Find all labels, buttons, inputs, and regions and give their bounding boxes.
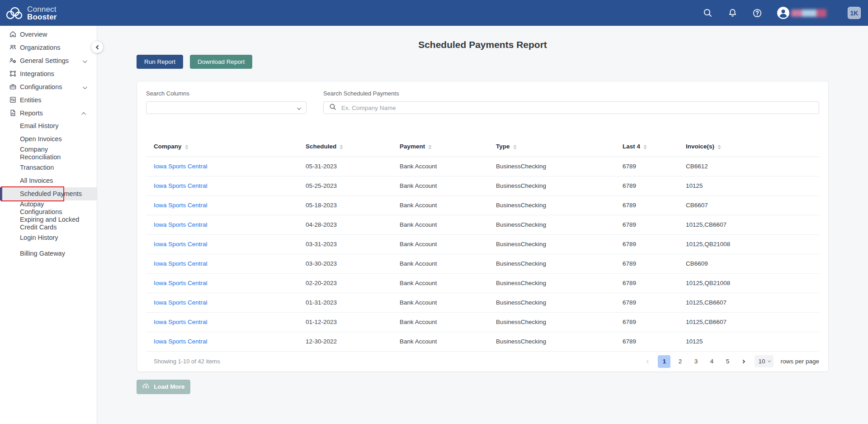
search-payments-group: Search Scheduled Payments — [323, 90, 819, 114]
sidebar-item-expiring-locked-credit-cards[interactable]: Expiring and Locked Credit Cards — [0, 216, 97, 231]
company-link[interactable]: Iowa Sports Central — [154, 280, 208, 286]
user-badge[interactable]: 1K — [848, 7, 861, 19]
page-button-5[interactable]: 5 — [721, 355, 734, 368]
sidebar: Overview Organizations General Settings … — [0, 26, 97, 424]
run-report-button[interactable]: Run Report — [137, 55, 183, 69]
column-label: Type — [496, 143, 510, 150]
search-input[interactable] — [336, 102, 819, 114]
invoices-cell: 10125,QB21008 — [686, 234, 819, 254]
sidebar-item-label: Overview — [20, 31, 47, 38]
company-link[interactable]: Iowa Sports Central — [154, 221, 208, 228]
previous-page-button[interactable] — [642, 355, 655, 368]
table-row: Iowa Sports Central 12-30-2022 Bank Acco… — [146, 332, 819, 351]
sidebar-item-label: Company Reconciliation — [20, 146, 83, 161]
main-content: Scheduled Payments Report Run Report Dow… — [97, 26, 868, 424]
company-link[interactable]: Iowa Sports Central — [154, 241, 208, 248]
company-link[interactable]: Iowa Sports Central — [154, 202, 208, 209]
sidebar-item-company-reconciliation[interactable]: Company Reconciliation — [0, 146, 97, 161]
cloud-download-icon — [142, 382, 150, 391]
scheduled-cell: 04-28-2023 — [306, 215, 400, 234]
scheduled-cell: 03-30-2023 — [306, 254, 400, 273]
sidebar-item-configurations[interactable]: Configurations — [0, 80, 97, 93]
sidebar-item-label: Integrations — [20, 70, 54, 77]
last4-cell: 6789 — [623, 293, 686, 312]
page-button-1[interactable]: 1 — [658, 355, 670, 368]
search-payments-label: Search Scheduled Payments — [323, 90, 819, 97]
header-actions: 1K — [703, 7, 861, 19]
last4-cell: 6789 — [623, 254, 686, 273]
invoices-cell: CB6607 — [686, 195, 819, 215]
sidebar-item-billing-gateway[interactable]: Billing Gateway — [0, 247, 97, 260]
sidebar-item-label: Login History — [20, 234, 58, 242]
sidebar-item-autopay-configurations[interactable]: Autopay Configurations — [0, 200, 97, 216]
sidebar-item-scheduled-payments[interactable]: Scheduled Payments — [0, 187, 97, 200]
sort-icon — [428, 145, 432, 149]
company-link[interactable]: Iowa Sports Central — [154, 182, 208, 189]
type-cell: BusinessChecking — [496, 273, 623, 293]
column-header-company[interactable]: Company — [146, 137, 306, 157]
type-cell: BusinessChecking — [496, 176, 623, 195]
sidebar-item-label: Open Invoices — [20, 135, 62, 143]
rows-per-page-select[interactable]: 10 — [755, 355, 774, 367]
sidebar-item-label: Email History — [20, 122, 58, 130]
scheduled-cell: 01-12-2023 — [306, 312, 400, 332]
payment-cell: Bank Account — [400, 254, 496, 273]
sidebar-collapse-button[interactable] — [91, 41, 103, 53]
sidebar-item-reports[interactable]: Reports — [0, 106, 97, 119]
company-link[interactable]: Iowa Sports Central — [154, 319, 208, 325]
page-button-2[interactable]: 2 — [674, 355, 686, 368]
brand-line2: Booster — [27, 13, 57, 21]
sidebar-item-email-history[interactable]: Email History — [0, 119, 97, 133]
company-cell: Iowa Sports Central — [146, 157, 306, 176]
report-actions: Run Report Download Report — [137, 55, 829, 69]
search-icon[interactable] — [703, 8, 712, 18]
sidebar-item-open-invoices[interactable]: Open Invoices — [0, 133, 97, 146]
table-row: Iowa Sports Central 02-20-2023 Bank Acco… — [146, 273, 819, 293]
redacted-username — [791, 9, 826, 18]
search-icon — [329, 103, 336, 112]
company-link[interactable]: Iowa Sports Central — [154, 163, 208, 170]
sidebar-item-login-history[interactable]: Login History — [0, 231, 97, 244]
column-header-invoices[interactable]: Invoice(s) — [686, 137, 819, 157]
scheduled-cell: 02-20-2023 — [306, 273, 400, 293]
sort-icon — [340, 145, 343, 149]
page-button-4[interactable]: 4 — [705, 355, 718, 368]
sidebar-item-label: Configurations — [20, 83, 62, 91]
app-header: Connect Booster — [0, 0, 868, 26]
type-cell: BusinessChecking — [496, 312, 623, 332]
sidebar-item-entities[interactable]: Entities — [0, 93, 97, 106]
sidebar-item-transaction[interactable]: Transaction — [0, 161, 97, 174]
report-card: Search Columns Search Scheduled Payments — [137, 81, 829, 372]
column-header-payment[interactable]: Payment — [400, 137, 496, 157]
sidebar-item-organizations[interactable]: Organizations — [0, 41, 97, 54]
brand-line1: Connect — [27, 5, 57, 13]
items-summary: Showing 1-10 of 42 items — [146, 358, 220, 365]
sidebar-item-general-settings[interactable]: General Settings — [0, 54, 97, 67]
bell-icon[interactable] — [727, 8, 737, 18]
search-columns-select[interactable] — [146, 101, 307, 114]
settings-icon — [9, 57, 17, 64]
load-more-button[interactable]: Load More — [137, 380, 190, 394]
scheduled-cell: 01-31-2023 — [306, 293, 400, 312]
sidebar-item-label: Scheduled Payments — [20, 190, 82, 198]
page-button-3[interactable]: 3 — [689, 355, 702, 368]
company-link[interactable]: Iowa Sports Central — [154, 338, 208, 345]
company-link[interactable]: Iowa Sports Central — [154, 299, 208, 306]
next-page-button[interactable] — [737, 355, 750, 368]
column-header-type[interactable]: Type — [496, 137, 623, 157]
avatar-icon[interactable] — [777, 7, 789, 19]
rows-per-page-value: 10 — [758, 358, 765, 365]
payment-cell: Bank Account — [400, 195, 496, 215]
help-icon[interactable] — [752, 8, 762, 18]
column-header-last4[interactable]: Last 4 — [623, 137, 686, 157]
company-link[interactable]: Iowa Sports Central — [154, 260, 208, 267]
sidebar-item-all-invoices[interactable]: All Invoices — [0, 174, 97, 187]
sidebar-item-label: Organizations — [20, 44, 60, 51]
sidebar-item-overview[interactable]: Overview — [0, 28, 97, 41]
column-header-scheduled[interactable]: Scheduled — [306, 137, 400, 157]
sort-icon — [513, 145, 517, 149]
download-report-button[interactable]: Download Report — [190, 55, 252, 69]
sidebar-item-integrations[interactable]: Integrations — [0, 67, 97, 80]
sidebar-item-label: All Invoices — [20, 177, 53, 185]
brand-logo[interactable]: Connect Booster — [5, 5, 57, 21]
